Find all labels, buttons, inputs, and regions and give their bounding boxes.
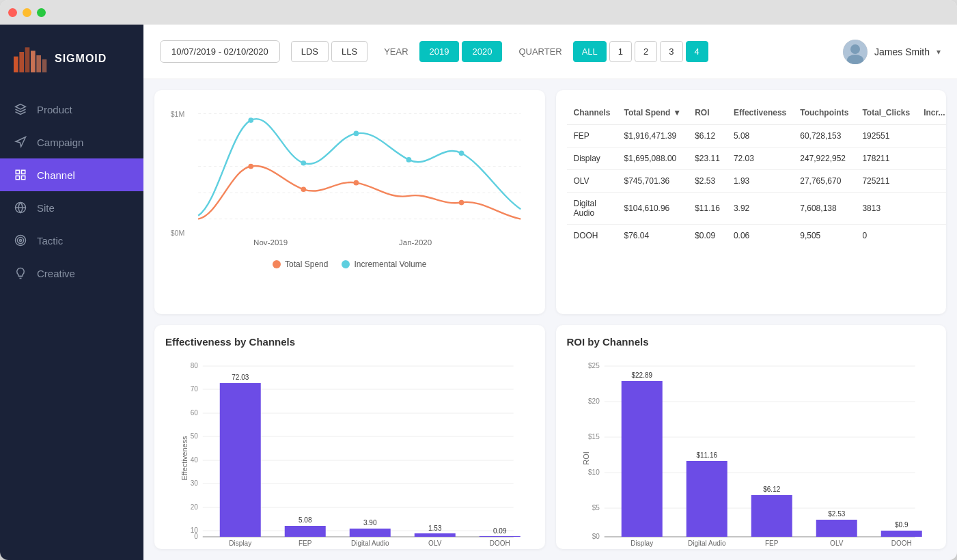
cell-clicks: 0 bbox=[855, 225, 917, 247]
col-effectiveness[interactable]: Effectiveness bbox=[727, 101, 793, 125]
cell-spend: $1,695,088.00 bbox=[618, 148, 689, 170]
col-roi[interactable]: ROI bbox=[688, 101, 727, 125]
sidebar-label-site: Site bbox=[37, 202, 55, 214]
cell-roi: $23.11 bbox=[688, 148, 727, 170]
quarter-button-group: ALL 1 2 3 4 bbox=[573, 41, 708, 62]
svg-point-31 bbox=[459, 150, 464, 156]
svg-text:OLV: OLV bbox=[830, 540, 844, 547]
svg-text:ROI: ROI bbox=[581, 451, 590, 465]
svg-text:$1M: $1M bbox=[171, 110, 185, 118]
chevron-down-icon: ▾ bbox=[937, 47, 941, 57]
sidebar-label-tactic: Tactic bbox=[37, 235, 63, 247]
roi-bar-olv bbox=[816, 520, 857, 537]
svg-text:$10: $10 bbox=[588, 468, 600, 476]
svg-text:60: 60 bbox=[191, 409, 199, 417]
svg-point-32 bbox=[248, 164, 253, 169]
sidebar: SIGMOID Product Campaign Channel bbox=[0, 25, 143, 560]
cell-touchpoints: 7,608,138 bbox=[793, 193, 855, 225]
maximize-button[interactable] bbox=[37, 8, 46, 17]
sidebar-item-product[interactable]: Product bbox=[0, 93, 143, 126]
bar-olv bbox=[415, 533, 456, 537]
line-chart: $1M $0M Total Spend bbox=[165, 101, 534, 251]
svg-text:$15: $15 bbox=[588, 433, 600, 440]
svg-rect-2 bbox=[25, 47, 30, 72]
svg-text:0.09: 0.09 bbox=[493, 527, 507, 535]
cell-clicks: 725211 bbox=[855, 170, 917, 193]
grid-icon bbox=[14, 168, 27, 182]
globe-icon bbox=[14, 201, 27, 214]
legend-label-incremental: Incremental Volume bbox=[354, 260, 426, 269]
minimize-button[interactable] bbox=[23, 8, 31, 17]
col-incr[interactable]: Incr... bbox=[917, 101, 946, 125]
col-touchpoints[interactable]: Touchpoints bbox=[793, 101, 855, 125]
svg-text:30: 30 bbox=[191, 479, 199, 487]
bar-fep bbox=[285, 526, 326, 537]
cell-incr bbox=[917, 193, 946, 225]
quarter-2-button[interactable]: 2 bbox=[635, 41, 657, 62]
svg-text:$22.89: $22.89 bbox=[631, 372, 652, 379]
cell-spend: $104,610.96 bbox=[618, 193, 689, 225]
roi-chart-card: ROI by Channels $25 $20 $15 $10 $5 $0 RO… bbox=[556, 325, 947, 549]
date-range-button[interactable]: 10/07/2019 - 02/10/2020 bbox=[160, 40, 280, 63]
quarter-4-button[interactable]: 4 bbox=[686, 41, 708, 62]
sidebar-item-channel[interactable]: Channel bbox=[0, 158, 143, 191]
cell-touchpoints: 27,765,670 bbox=[793, 170, 855, 193]
sidebar-item-site[interactable]: Site bbox=[0, 191, 143, 224]
svg-text:Nov-2019: Nov-2019 bbox=[253, 238, 288, 247]
lds-toggle[interactable]: LDS bbox=[291, 41, 329, 62]
year-2019-button[interactable]: 2019 bbox=[419, 41, 460, 62]
svg-rect-4 bbox=[36, 55, 41, 72]
lls-toggle[interactable]: LLS bbox=[331, 41, 367, 62]
cell-effectiveness: 0.06 bbox=[727, 225, 793, 247]
legend-incremental: Incremental Volume bbox=[342, 260, 426, 269]
quarter-all-button[interactable]: ALL bbox=[573, 41, 607, 62]
sidebar-item-creative[interactable]: Creative bbox=[0, 257, 143, 290]
title-bar bbox=[0, 0, 957, 25]
svg-text:80: 80 bbox=[191, 362, 199, 369]
roi-bar-dooh bbox=[880, 531, 921, 537]
cell-roi: $6.12 bbox=[688, 125, 727, 148]
cell-clicks: 192551 bbox=[855, 125, 917, 148]
quarter-1-button[interactable]: 1 bbox=[609, 41, 632, 62]
cell-clicks: 3813 bbox=[855, 193, 917, 225]
cell-roi: $0.09 bbox=[688, 225, 727, 247]
svg-text:Display: Display bbox=[630, 540, 653, 547]
year-2020-button[interactable]: 2020 bbox=[462, 41, 502, 62]
table-row: OLV $745,701.36 $2.53 1.93 27,765,670 72… bbox=[567, 170, 947, 193]
cell-spend: $76.04 bbox=[618, 225, 689, 247]
table-row: DOOH $76.04 $0.09 0.06 9,505 0 bbox=[567, 225, 947, 247]
close-button[interactable] bbox=[8, 8, 17, 17]
user-menu[interactable]: James Smith ▾ bbox=[843, 40, 941, 64]
sidebar-item-campaign[interactable]: Campaign bbox=[0, 126, 143, 158]
table-row: FEP $1,916,471.39 $6.12 5.08 60,728,153 … bbox=[567, 125, 947, 148]
svg-text:$0M: $0M bbox=[171, 229, 185, 237]
svg-text:FEP: FEP bbox=[299, 540, 312, 547]
legend-dot-spend bbox=[273, 260, 281, 268]
bar-digital-audio bbox=[350, 529, 391, 537]
bar-dooh bbox=[480, 536, 521, 537]
col-total-spend[interactable]: Total Spend ▼ bbox=[618, 101, 689, 125]
cell-channel: OLV bbox=[567, 170, 618, 193]
col-total-clicks[interactable]: Total_Clicks bbox=[855, 101, 917, 125]
cell-incr bbox=[917, 225, 946, 247]
cell-incr bbox=[917, 170, 946, 193]
svg-point-27 bbox=[248, 117, 253, 123]
sidebar-label-campaign: Campaign bbox=[37, 137, 83, 148]
svg-text:Jan-2020: Jan-2020 bbox=[399, 238, 432, 247]
sidebar-label-channel: Channel bbox=[37, 169, 75, 181]
dashboard-content: $1M $0M Total Spend bbox=[143, 79, 957, 560]
quarter-3-button[interactable]: 3 bbox=[660, 41, 682, 62]
megaphone-icon bbox=[14, 135, 27, 149]
roi-chart-title: ROI by Channels bbox=[567, 336, 936, 348]
svg-text:$2.53: $2.53 bbox=[828, 510, 845, 518]
cell-effectiveness: 3.92 bbox=[727, 193, 793, 225]
cell-incr bbox=[917, 148, 946, 170]
cell-spend: $1,916,471.39 bbox=[618, 125, 689, 148]
col-channels[interactable]: Channels bbox=[567, 101, 618, 125]
sidebar-item-tactic[interactable]: Tactic bbox=[0, 224, 143, 257]
svg-rect-8 bbox=[22, 170, 25, 173]
svg-text:$5: $5 bbox=[592, 504, 600, 512]
cell-channel: FEP bbox=[567, 125, 618, 148]
svg-text:72.03: 72.03 bbox=[232, 374, 249, 381]
svg-text:5.08: 5.08 bbox=[299, 516, 312, 524]
